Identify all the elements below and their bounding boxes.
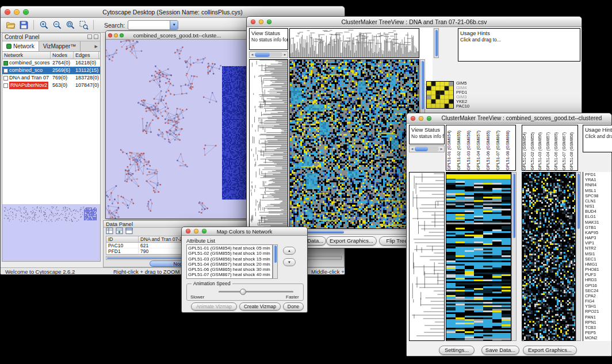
toolbar-separator (93, 20, 94, 30)
close-button[interactable] (5, 9, 10, 15)
zoom-button[interactable] (427, 116, 431, 121)
treeview-button[interactable]: Settings... (439, 346, 475, 355)
open-session-icon[interactable] (5, 20, 16, 30)
network-overview-canvas[interactable] (2, 204, 100, 261)
network-row[interactable]: DNA and Tran 07769(0)183728(0) (2, 74, 100, 82)
scroll-thumb[interactable] (512, 174, 515, 238)
zoom-selected-icon[interactable] (78, 20, 89, 30)
close-icon[interactable] (108, 33, 112, 37)
scroll-thumb[interactable] (255, 52, 270, 57)
label-vscrollbar[interactable] (434, 28, 439, 58)
save-session-icon[interactable] (18, 20, 29, 30)
attribute-item[interactable]: GPL51-06 (GSM865) heat shock 30 min (188, 267, 272, 272)
move-down-button[interactable]: ▼ (283, 258, 296, 266)
scroll-left-icon[interactable]: ◄ (410, 147, 415, 151)
treeview1-titlebar[interactable]: ClusterMaker TreeView : DNA and Tran 07-… (247, 17, 582, 27)
search-combobox[interactable]: ▼ (128, 20, 178, 30)
column-header-nodes[interactable]: Nodes (51, 52, 74, 59)
close-button[interactable] (186, 229, 190, 233)
heatmap-canvas[interactable] (446, 173, 511, 340)
scroll-thumb[interactable] (435, 30, 438, 56)
attribute-item[interactable]: GPL51-08 (GSM868) heat shock 60 min (188, 278, 272, 279)
close-button[interactable] (251, 20, 255, 24)
done-button[interactable]: Done (283, 302, 304, 311)
network-nodes-cell: 2569(6) (51, 67, 74, 74)
heatmap-canvas[interactable] (290, 60, 419, 228)
zoom-button[interactable] (23, 9, 29, 15)
mini-scrollbar[interactable]: ◄ ► (249, 51, 288, 58)
minimize-icon[interactable] (114, 33, 118, 37)
zoom-in-icon[interactable] (39, 20, 49, 30)
column-dendrogram-canvas[interactable] (290, 29, 419, 58)
row-dendrogram-panel (249, 59, 288, 234)
column-header-network[interactable]: Network (2, 52, 51, 59)
attribute-item[interactable]: GPL51-03 (GSM856) heat shock 15 min (188, 256, 272, 262)
zoom-fit-icon[interactable] (65, 20, 75, 30)
gene-label: SEC24 (585, 289, 611, 293)
zoom-button[interactable] (202, 229, 206, 233)
heatmap-left-vscrollbar[interactable] (511, 172, 517, 341)
attribute-list[interactable]: GPL51-01 (GSM854) heat shock 05 minGPL51… (186, 244, 273, 279)
data-panel-title: Data Panel (106, 221, 133, 227)
attribute-item[interactable]: GPL51-04 (GSM857) heat shock 20 min (188, 262, 272, 267)
close-panel-icon[interactable] (94, 35, 98, 39)
speed-slider-thumb[interactable] (240, 289, 246, 295)
network-canvas[interactable] (106, 40, 248, 219)
row-dendrogram-canvas[interactable] (410, 173, 444, 340)
scroll-thumb[interactable] (577, 174, 580, 229)
network-row[interactable]: RNAPuberNov2563(0)107847(0) (2, 82, 100, 89)
row-dendrogram-canvas[interactable] (250, 60, 288, 233)
tab-overflow-arrow[interactable]: ▶ (93, 41, 100, 51)
mini-scrollbar[interactable]: ◄ ► (409, 145, 445, 152)
minimize-button[interactable] (419, 116, 423, 121)
float-panel-icon[interactable] (87, 35, 92, 39)
attribute-item[interactable]: GPL51-07 (GSM867) heat shock 40 min (188, 272, 272, 277)
tab-vizmapper[interactable]: VizMapper™ (39, 41, 81, 51)
scroll-thumb[interactable] (421, 61, 424, 109)
heatmap-canvas[interactable] (522, 173, 575, 340)
dialog-titlebar[interactable]: Map Colors to Network (182, 227, 307, 236)
gene-label: MON2 (585, 336, 611, 340)
minimize-button[interactable] (194, 229, 198, 233)
heatmap-hscrollbar[interactable] (289, 229, 419, 235)
treeview-button[interactable]: Save Data... (481, 346, 519, 355)
tab-network[interactable]: Network (2, 41, 39, 51)
map-colors-dialog: Map Colors to Network Attribute List GPL… (181, 227, 308, 313)
treeview-button[interactable]: Export Graphics... (523, 346, 577, 355)
column-header-id[interactable]: ID (106, 236, 139, 242)
maximize-icon[interactable] (120, 33, 124, 37)
gene-label: SPC98 (585, 194, 611, 198)
move-up-button[interactable]: ▲ (283, 247, 296, 255)
minimize-button[interactable] (14, 9, 20, 15)
heatmap-right-vscrollbar[interactable] (576, 172, 581, 341)
scroll-right-icon[interactable]: ► (282, 53, 288, 56)
treeview-button[interactable]: Export Graphics... (326, 236, 377, 246)
treeview2-titlebar[interactable]: ClusterMaker TreeView : combined_scores_… (407, 113, 611, 124)
minimize-button[interactable] (259, 20, 263, 24)
network-view-frame[interactable]: combined_scores_good.txt--cluste... (105, 30, 249, 219)
scroll-right-icon[interactable]: ► (439, 147, 444, 151)
scroll-thumb[interactable] (274, 246, 277, 263)
network-frame-titlebar[interactable]: combined_scores_good.txt--cluste... (106, 31, 248, 40)
summary-heatmap-canvas[interactable] (427, 82, 453, 108)
scroll-left-icon[interactable]: ◄ (250, 53, 255, 56)
speed-slider-track[interactable] (219, 291, 293, 293)
attribute-item[interactable]: GPL51-02 (GSM855) heat shock 10 min (188, 251, 272, 256)
scroll-track[interactable] (255, 52, 282, 57)
zoom-button[interactable] (267, 20, 271, 24)
network-table-body: combined_scores2764(0)16218(0)combined_s… (2, 59, 100, 204)
attribute-item[interactable]: GPL51-01 (GSM854) heat shock 05 min (188, 246, 272, 251)
create-vizmap-button[interactable]: Create Vizmap (239, 302, 281, 311)
network-row[interactable]: combined_sco2569(6)13112(15) (2, 67, 100, 74)
close-button[interactable] (411, 116, 415, 121)
column-label: GPL51-06 (GSM865) (554, 125, 562, 170)
animate-vizmap-button[interactable]: Animate Vizmap (191, 302, 237, 311)
scroll-thumb[interactable] (415, 147, 428, 151)
attribute-list-vscrollbar[interactable] (273, 244, 278, 279)
scroll-track[interactable] (415, 147, 439, 151)
main-window-title: Cytoscape Desktop (Session Name: collins… (102, 9, 242, 16)
network-row[interactable]: combined_scores2764(0)16218(0) (2, 59, 100, 67)
network-nodes-cell: 563(0) (51, 82, 74, 89)
zoom-out-icon[interactable] (52, 20, 62, 30)
column-header-edges[interactable]: Edges (74, 52, 99, 59)
